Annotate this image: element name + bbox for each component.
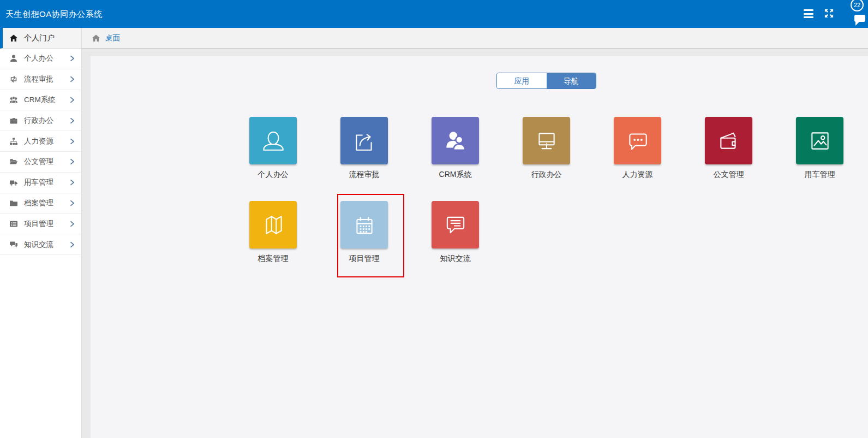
toggle-nav-button[interactable]: 导航 — [547, 73, 596, 88]
app-tile-projects[interactable]: 项目管理 — [319, 201, 410, 264]
two-users-icon — [443, 128, 468, 153]
sidebar: 个人办公 流程审批 CRM系统 行政办公 — [0, 49, 82, 438]
chevron-right-icon — [70, 117, 75, 124]
expand-arrows-icon[interactable] — [824, 8, 834, 19]
view-toggle: 应用 导航 — [496, 73, 596, 89]
sidebar-item-portal[interactable]: 个人门户 — [0, 28, 82, 49]
home-icon — [92, 34, 100, 43]
app-tile-official-docs[interactable]: 公文管理 — [683, 117, 774, 180]
chevron-right-icon — [70, 241, 75, 248]
notification-badge[interactable]: 22 — [851, 0, 864, 11]
app-tile-hr[interactable]: 人力资源 — [592, 117, 683, 180]
app-tile-vehicle[interactable]: 用车管理 — [774, 117, 865, 180]
sidebar-item-hr[interactable]: 人力资源 — [0, 131, 81, 152]
sidebar-item-documents[interactable]: 公文管理 — [0, 152, 81, 173]
app-tile-archives[interactable]: 档案管理 — [228, 201, 319, 264]
app-tile-crm[interactable]: CRM系统 — [410, 117, 501, 180]
sidebar-item-projects[interactable]: 项目管理 — [0, 214, 81, 234]
comments-icon — [9, 240, 18, 249]
sidebar-item-personal-office[interactable]: 个人办公 — [0, 49, 81, 69]
app-title: 天生创想OA协同办公系统 — [5, 0, 103, 28]
sidebar-item-archives[interactable]: 档案管理 — [0, 193, 81, 214]
comment-lines-icon — [443, 212, 468, 238]
chevron-right-icon — [70, 200, 75, 206]
app-tile-admin-office[interactable]: 行政办公 — [501, 117, 592, 180]
tile-row-1: 个人办公 流程审批 — [228, 117, 865, 180]
person-outline-icon — [261, 128, 286, 153]
sidebar-item-knowledge[interactable]: 知识交流 — [0, 234, 81, 255]
chevron-right-icon — [70, 138, 75, 145]
toggle-app-button[interactable]: 应用 — [497, 73, 547, 88]
app-tile-workflow[interactable]: 流程审批 — [319, 117, 410, 180]
briefcase-icon — [9, 116, 18, 125]
tile-row-2: 档案管理 项目管理 — [228, 201, 501, 264]
desktop-panel: 应用 导航 个人办公 — [91, 56, 868, 438]
map-icon — [261, 212, 286, 238]
retweet-icon — [9, 75, 18, 84]
image-icon — [807, 128, 833, 153]
chevron-right-icon — [70, 179, 75, 186]
chat-bubble-icon[interactable] — [854, 15, 865, 22]
desktop-icon — [534, 128, 559, 153]
sidebar-item-vehicle[interactable]: 用车管理 — [0, 173, 81, 193]
home-icon — [9, 34, 18, 43]
sidebar-item-admin-office[interactable]: 行政办公 — [0, 110, 81, 131]
app-header: 天生创想OA协同办公系统 22 — [0, 0, 868, 28]
app-tile-personal-office[interactable]: 个人办公 — [228, 117, 319, 180]
users-icon — [9, 96, 18, 104]
sidebar-item-crm[interactable]: CRM系统 — [0, 90, 81, 111]
breadcrumb: 桌面 — [82, 28, 868, 49]
share-arrow-icon — [352, 128, 377, 153]
sitemap-icon — [9, 137, 18, 146]
chevron-right-icon — [70, 97, 75, 103]
wallet-icon — [716, 128, 741, 153]
truck-icon — [9, 178, 18, 187]
chevron-right-icon — [70, 55, 75, 62]
calendar-icon — [352, 212, 377, 238]
app-tile-knowledge[interactable]: 知识交流 — [410, 201, 501, 264]
hamburger-icon[interactable] — [804, 9, 813, 19]
sidebar-item-workflow[interactable]: 流程审批 — [0, 69, 81, 90]
chevron-right-icon — [70, 221, 75, 227]
portal-label: 个人门户 — [24, 33, 55, 43]
user-icon — [9, 54, 18, 63]
list-icon — [9, 220, 18, 228]
chevron-right-icon — [70, 76, 75, 82]
comment-dots-icon — [625, 128, 650, 153]
chevron-right-icon — [70, 158, 75, 165]
breadcrumb-desktop-link[interactable]: 桌面 — [105, 33, 120, 43]
folder-open-icon — [9, 157, 18, 166]
folder-icon — [9, 199, 18, 208]
